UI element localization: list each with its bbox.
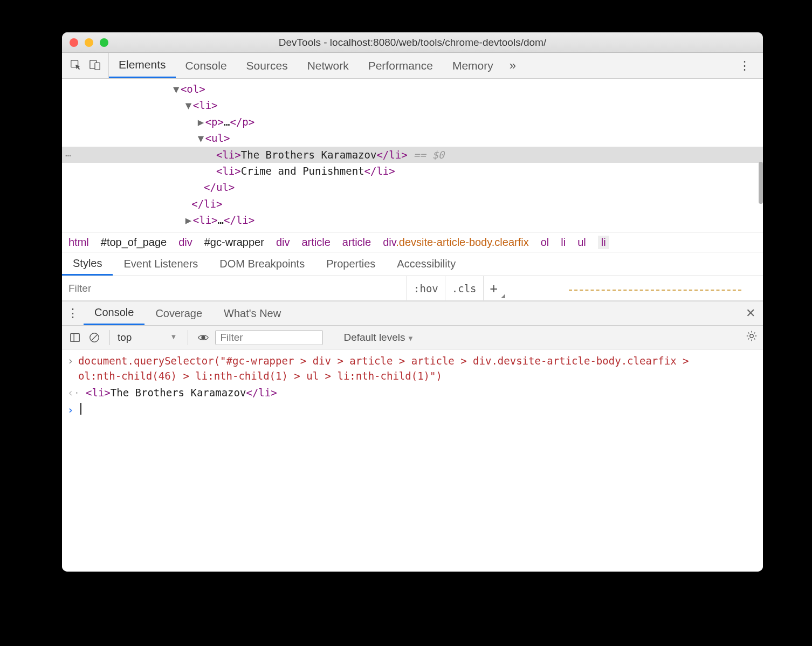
sidebar-toggle-icon[interactable] xyxy=(67,330,82,345)
styles-subtabs: StylesEvent ListenersDOM BreakpointsProp… xyxy=(62,252,763,276)
styles-preview-box xyxy=(569,290,741,292)
crumb[interactable]: ol xyxy=(541,236,549,249)
input-arrow-icon: › xyxy=(67,354,78,383)
console-output-line: ‹· <li>The Brothers Karamazov</li> xyxy=(62,384,763,402)
more-tabs-icon[interactable]: » xyxy=(503,56,522,75)
gutter-ellipsis-icon[interactable]: … xyxy=(65,146,71,161)
tab-network[interactable]: Network xyxy=(298,53,359,78)
dom-row[interactable]: ▼<li> xyxy=(62,97,763,113)
kebab-icon[interactable]: ⋮ xyxy=(735,56,754,75)
svg-point-8 xyxy=(750,334,753,337)
drawer-tab-what-s-new[interactable]: What's New xyxy=(213,301,292,325)
inspect-icon[interactable] xyxy=(70,59,81,73)
drawer-kebab-icon[interactable]: ⋮ xyxy=(62,306,84,320)
crumb[interactable]: #top_of_page xyxy=(101,236,167,249)
crumb[interactable]: div.devsite-article-body.clearfix xyxy=(383,236,528,249)
dom-row[interactable]: ▼<ul> xyxy=(62,130,763,146)
hov-button[interactable]: :hov xyxy=(407,276,445,300)
crumb[interactable]: article xyxy=(301,236,330,249)
tab-memory[interactable]: Memory xyxy=(443,53,503,78)
dom-row[interactable]: <li>The Brothers Karamazov</li> == $0 xyxy=(62,147,763,163)
console-input-line: › document.querySelector("#gc-wrapper > … xyxy=(62,353,763,384)
drawer-tab-coverage[interactable]: Coverage xyxy=(144,301,213,325)
window-title: DevTools - localhost:8080/web/tools/chro… xyxy=(62,37,763,49)
styles-filter-input[interactable] xyxy=(62,276,407,300)
tab-sources[interactable]: Sources xyxy=(237,53,298,78)
log-levels-select[interactable]: Default levels xyxy=(343,332,414,343)
tab-elements[interactable]: Elements xyxy=(109,53,176,78)
console-input-text: document.querySelector("#gc-wrapper > di… xyxy=(78,354,698,383)
drawer-tab-console[interactable]: Console xyxy=(84,301,144,325)
svg-rect-2 xyxy=(95,63,100,70)
subtab-event-listeners[interactable]: Event Listeners xyxy=(113,252,209,276)
subtab-styles[interactable]: Styles xyxy=(62,252,113,276)
crumb[interactable]: article xyxy=(342,236,371,249)
main-tabs: ElementsConsoleSourcesNetworkPerformance… xyxy=(109,53,503,78)
dom-row[interactable]: <li>Crime and Punishment</li> xyxy=(62,163,763,179)
tab-console[interactable]: Console xyxy=(176,53,237,78)
subtab-dom-breakpoints[interactable]: DOM Breakpoints xyxy=(209,252,315,276)
device-toggle-icon[interactable] xyxy=(89,59,101,73)
live-expression-icon[interactable] xyxy=(196,330,211,345)
tab-performance[interactable]: Performance xyxy=(359,53,443,78)
svg-rect-3 xyxy=(71,333,80,341)
main-toolbar: ElementsConsoleSourcesNetworkPerformance… xyxy=(62,53,763,79)
drawer-tabs: ⋮ ConsoleCoverageWhat's New ✕ xyxy=(62,301,763,326)
cursor xyxy=(80,403,81,415)
divider xyxy=(109,330,110,345)
dom-row[interactable]: </ul> xyxy=(62,179,763,195)
console-filter-input[interactable] xyxy=(215,330,323,345)
subtab-accessibility[interactable]: Accessibility xyxy=(386,252,466,276)
crumb[interactable]: div xyxy=(276,236,290,249)
console-settings-icon[interactable] xyxy=(746,330,758,345)
prompt-arrow-icon: › xyxy=(67,403,78,418)
crumb[interactable]: div xyxy=(178,236,192,249)
crumb[interactable]: #gc-wrapper xyxy=(204,236,264,249)
styles-filter-row: :hov .cls + xyxy=(62,276,763,301)
out-tag-open: <li> xyxy=(86,387,111,398)
clear-console-icon[interactable] xyxy=(87,330,102,345)
console-body[interactable]: › document.querySelector("#gc-wrapper > … xyxy=(62,349,763,572)
devtools-window: DevTools - localhost:8080/web/tools/chro… xyxy=(62,32,763,572)
console-toolbar: top Default levels xyxy=(62,326,763,349)
cls-button[interactable]: .cls xyxy=(445,276,484,300)
console-prompt[interactable]: › xyxy=(62,402,763,419)
divider xyxy=(188,330,188,345)
out-tag-close: </li> xyxy=(246,387,277,398)
scrollbar-thumb[interactable] xyxy=(759,162,763,204)
drawer-close-icon[interactable]: ✕ xyxy=(746,306,755,320)
crumb[interactable]: html xyxy=(68,236,89,249)
output-arrow-icon: ‹· xyxy=(67,386,78,401)
dom-row[interactable]: </li> xyxy=(62,196,763,212)
svg-point-7 xyxy=(202,335,205,339)
dom-tree[interactable]: ▼<ol> ▼<li> ▶<p>…</p> ▼<ul> <li>The Brot… xyxy=(62,79,763,232)
subtab-properties[interactable]: Properties xyxy=(315,252,386,276)
titlebar: DevTools - localhost:8080/web/tools/chro… xyxy=(62,32,763,53)
out-text: The Brothers Karamazov xyxy=(111,387,246,398)
new-rule-button[interactable]: + xyxy=(484,276,504,300)
context-select[interactable]: top xyxy=(118,332,180,343)
dom-row[interactable]: ▼<ol> xyxy=(62,81,763,97)
svg-line-6 xyxy=(92,334,98,340)
crumb[interactable]: li xyxy=(598,236,609,249)
crumb[interactable]: ul xyxy=(577,236,586,249)
breadcrumb[interactable]: html#top_of_pagediv#gc-wrapperdivarticle… xyxy=(62,232,763,252)
dom-row[interactable]: ▶<p>…</p> xyxy=(62,114,763,130)
dom-row[interactable]: ▶<li>…</li> xyxy=(62,212,763,228)
crumb[interactable]: li xyxy=(561,236,566,249)
